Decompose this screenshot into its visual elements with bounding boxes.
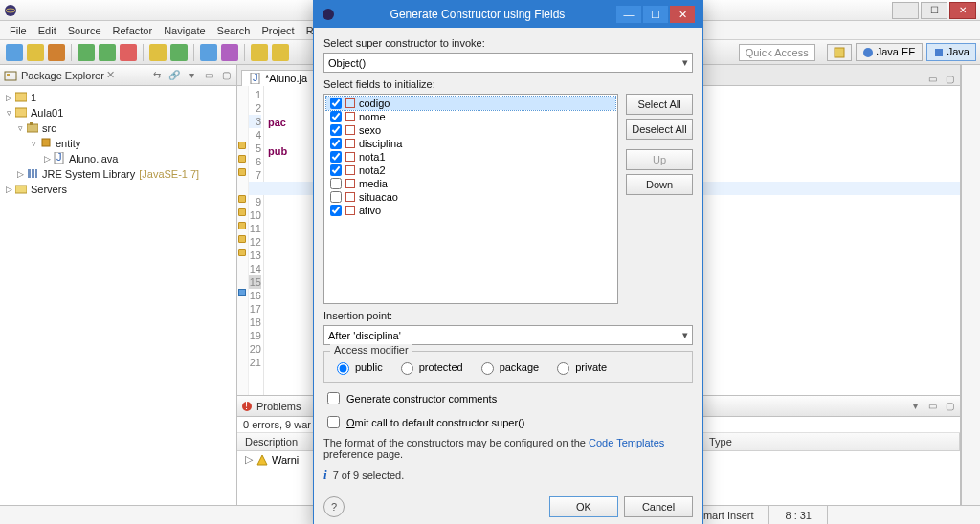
dialog-minimize-button[interactable]: —	[616, 6, 641, 23]
warning-marker-icon[interactable]	[238, 208, 246, 216]
field-item-nota2[interactable]: nota2	[326, 164, 615, 177]
field-item-disciplina[interactable]: disciplina	[326, 137, 615, 150]
marker-bar[interactable]	[237, 86, 249, 395]
view-menu-icon[interactable]: ▾	[185, 69, 198, 82]
menu-search[interactable]: Search	[212, 23, 256, 38]
tool-toggle[interactable]	[221, 44, 238, 61]
up-button[interactable]: Up	[626, 149, 693, 170]
tool-back[interactable]	[251, 44, 268, 61]
generate-comments-checkbox[interactable]: Generate constructor comments	[323, 389, 693, 407]
tree-src[interactable]: ▿ src	[0, 120, 236, 136]
menu-refactor[interactable]: Refactor	[107, 23, 159, 38]
main-close-button[interactable]: ✕	[949, 2, 976, 19]
field-checkbox[interactable]	[330, 178, 342, 189]
problems-menu-icon[interactable]: ▾	[908, 400, 922, 413]
dialog-maximize-button[interactable]: ☐	[643, 6, 668, 23]
tree-project-1[interactable]: ▷ 1	[0, 90, 236, 105]
tool-new-package[interactable]	[149, 44, 167, 61]
link-editor-icon[interactable]: 🔗	[167, 69, 181, 82]
perspective-java-ee[interactable]: Java EE	[856, 43, 923, 61]
field-checkbox[interactable]	[330, 98, 342, 109]
menu-edit[interactable]: Edit	[33, 23, 62, 38]
super-constructor-combo[interactable]: Object()▾	[323, 53, 693, 73]
problems-min-icon[interactable]: ▭	[925, 400, 939, 413]
help-button[interactable]: ?	[323, 496, 345, 517]
field-checkbox[interactable]	[330, 138, 342, 149]
warning-marker-icon[interactable]	[238, 249, 246, 256]
ok-button[interactable]: OK	[549, 496, 618, 517]
svg-rect-7	[15, 93, 27, 101]
radio-private[interactable]: private	[552, 360, 607, 375]
tree-servers[interactable]: ▷ Servers	[0, 182, 236, 197]
problems-max-icon[interactable]: ▢	[943, 400, 956, 413]
fields-list[interactable]: codigonomesexodisciplinanota1nota2medias…	[323, 94, 618, 304]
code-templates-link[interactable]: Code Templates	[589, 437, 664, 448]
radio-public[interactable]: public	[332, 360, 383, 375]
down-button[interactable]: Down	[626, 174, 693, 195]
menu-source[interactable]: Source	[62, 23, 107, 38]
menu-file[interactable]: File	[4, 23, 33, 38]
field-item-nota1[interactable]: nota1	[326, 150, 615, 164]
collapse-all-icon[interactable]: ⇆	[150, 69, 164, 82]
project-tree[interactable]: ▷ 1 ▿ Aula01 ▿ src ▿ entity ▷ J	[0, 86, 236, 201]
tree-file-aluno[interactable]: ▷ J Aluno.java	[0, 151, 236, 166]
field-item-situacao[interactable]: situacao	[326, 190, 615, 204]
minimize-view-icon[interactable]: ▭	[202, 69, 215, 82]
field-checkbox[interactable]	[330, 111, 342, 122]
field-checkbox[interactable]	[330, 205, 342, 216]
tool-search[interactable]	[200, 44, 217, 61]
warning-marker-icon[interactable]	[238, 235, 246, 243]
radio-protected[interactable]: protected	[396, 360, 463, 375]
tool-save-all[interactable]	[48, 44, 65, 61]
code-text[interactable]: pac pub	[264, 86, 310, 395]
tree-jre[interactable]: ▷ JRE System Library [JavaSE-1.7]	[0, 166, 236, 182]
main-minimize-button[interactable]: —	[892, 2, 919, 19]
warning-marker-icon[interactable]	[238, 222, 246, 229]
omit-super-checkbox[interactable]: Omit call to default constructor super()	[323, 413, 693, 431]
maximize-view-icon[interactable]: ▢	[219, 69, 233, 82]
warning-marker-icon[interactable]	[238, 168, 246, 176]
field-item-sexo[interactable]: sexo	[326, 123, 615, 137]
select-all-button[interactable]: Select All	[626, 94, 693, 115]
outline-collapsed[interactable]	[961, 65, 980, 505]
cancel-button[interactable]: Cancel	[624, 496, 693, 517]
tool-new[interactable]	[6, 44, 23, 61]
svg-marker-22	[257, 455, 267, 465]
warning-marker-icon[interactable]	[238, 155, 246, 163]
tree-package-entity[interactable]: ▿ entity	[0, 136, 236, 151]
deselect-all-button[interactable]: Deselect All	[626, 119, 693, 140]
tool-forward[interactable]	[272, 44, 289, 61]
editor-tab-aluno[interactable]: J *Aluno.ja	[241, 70, 316, 86]
dialog-titlebar[interactable]: Generate Constructor using Fields — ☐ ✕	[314, 1, 702, 28]
warning-marker-icon[interactable]	[238, 142, 246, 149]
menu-navigate[interactable]: Navigate	[158, 23, 211, 38]
editor-min-icon[interactable]: ▭	[925, 72, 939, 85]
field-checkbox[interactable]	[330, 191, 342, 203]
field-item-codigo[interactable]: codigo	[326, 97, 615, 110]
tool-run[interactable]	[99, 44, 116, 61]
field-item-nome[interactable]: nome	[326, 110, 615, 123]
field-checkbox[interactable]	[330, 164, 342, 176]
tool-save[interactable]	[27, 44, 44, 61]
warning-marker-icon[interactable]	[238, 195, 246, 203]
tool-debug[interactable]	[78, 44, 95, 61]
menu-project[interactable]: Project	[256, 23, 300, 38]
dialog-close-button[interactable]: ✕	[670, 6, 695, 23]
insertion-point-combo[interactable]: After 'disciplina'▾	[323, 325, 693, 345]
tool-run-last[interactable]	[120, 44, 137, 61]
col-type[interactable]: Type	[702, 433, 960, 450]
editor-max-icon[interactable]: ▢	[943, 72, 956, 85]
field-item-media[interactable]: media	[326, 177, 615, 190]
quickfix-marker-icon[interactable]	[238, 289, 246, 296]
field-item-ativo[interactable]: ativo	[326, 204, 615, 217]
tree-project-aula[interactable]: ▿ Aula01	[0, 105, 236, 120]
field-checkbox[interactable]	[330, 151, 342, 163]
field-label: situacao	[359, 191, 398, 203]
tool-new-class[interactable]	[170, 44, 188, 61]
main-maximize-button[interactable]: ☐	[921, 2, 947, 19]
field-checkbox[interactable]	[330, 124, 342, 136]
quick-access-box[interactable]: Quick Access	[739, 44, 815, 61]
radio-package[interactable]: package	[477, 360, 540, 375]
open-perspective-button[interactable]	[827, 44, 852, 61]
perspective-java[interactable]: Java	[926, 43, 976, 61]
